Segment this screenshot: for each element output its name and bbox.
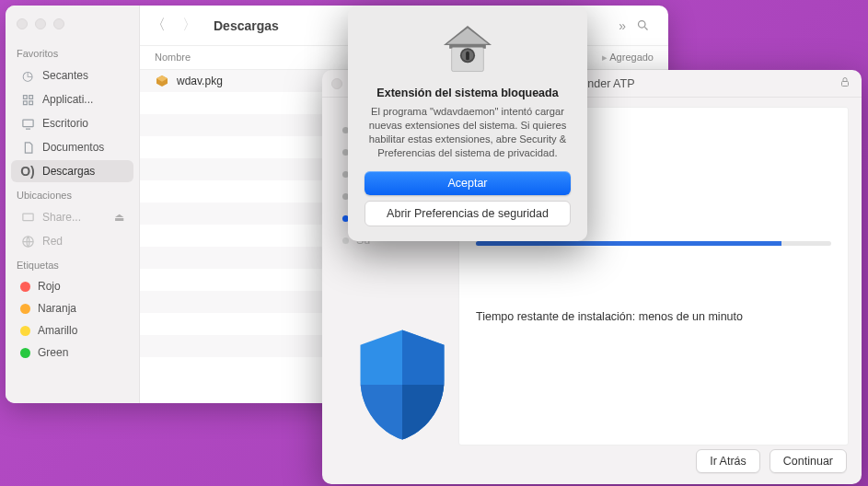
svg-point-3 bbox=[639, 21, 646, 29]
sidebar-item-label: Red bbox=[42, 235, 63, 248]
sidebar-item-label: Naranja bbox=[38, 302, 76, 315]
shield-icon bbox=[352, 325, 453, 447]
sidebar-tag-orange[interactable]: Naranja bbox=[11, 298, 133, 318]
remaining-time: Tiempo restante de instalación: menos de… bbox=[476, 310, 831, 323]
globe-icon bbox=[20, 234, 35, 249]
sidebar-item-documents[interactable]: Documentos bbox=[11, 136, 133, 158]
sidebar-heading-tags: Etiquetas bbox=[6, 254, 139, 274]
svg-rect-4 bbox=[842, 82, 849, 87]
minimize-window-button[interactable] bbox=[35, 18, 46, 29]
tag-dot-icon bbox=[20, 326, 30, 336]
dialog-title: Extensión del sistema bloqueada bbox=[365, 87, 571, 99]
svg-point-11 bbox=[466, 52, 469, 55]
sidebar-item-label: Share... bbox=[42, 211, 81, 224]
installer-buttons: Ir Atrás Continuar bbox=[696, 449, 847, 473]
sidebar-item-label: Documentos bbox=[42, 141, 104, 154]
tag-dot-icon bbox=[20, 282, 30, 292]
dialog-message: El programa "wdavdaemon" intentó cargar … bbox=[365, 105, 571, 160]
progress-bar bbox=[476, 241, 831, 246]
documents-icon bbox=[20, 140, 35, 155]
sidebar-tag-red[interactable]: Rojo bbox=[11, 276, 133, 296]
finder-sidebar: Favoritos ◷ Secantes Applicati... Escrit… bbox=[6, 6, 140, 403]
sidebar-item-recents[interactable]: ◷ Secantes bbox=[11, 64, 133, 87]
downloads-icon: O) bbox=[20, 164, 35, 179]
sidebar-item-label: Secantes bbox=[42, 69, 88, 82]
sidebar-heading-locations: Ubicaciones bbox=[6, 184, 139, 204]
close-window-button[interactable] bbox=[17, 18, 28, 29]
sidebar-tag-yellow[interactable]: Amarillo bbox=[11, 320, 133, 341]
lock-icon[interactable] bbox=[839, 75, 852, 91]
system-extension-blocked-dialog: Extensión del sistema bloqueada El progr… bbox=[348, 6, 587, 241]
sidebar-item-desktop[interactable]: Escritorio bbox=[11, 112, 133, 134]
accept-button[interactable]: Aceptar bbox=[365, 171, 571, 195]
sidebar-item-network[interactable]: Red bbox=[11, 230, 133, 252]
svg-marker-6 bbox=[447, 28, 489, 43]
forward-button[interactable]: 〉 bbox=[179, 15, 201, 37]
svg-rect-0 bbox=[22, 120, 32, 127]
sidebar-item-applications[interactable]: Applicati... bbox=[11, 88, 133, 110]
sidebar-item-label: Rojo bbox=[38, 280, 61, 293]
eject-icon[interactable]: ⏏ bbox=[114, 211, 124, 224]
sidebar-item-label: Applicati... bbox=[42, 93, 93, 106]
sidebar-item-label: Amarillo bbox=[38, 324, 77, 337]
sidebar-item-shared[interactable]: Share... ⏏ bbox=[11, 206, 133, 228]
sidebar-heading-favorites: Favoritos bbox=[6, 42, 139, 63]
file-name: wdav.pkg bbox=[177, 75, 223, 87]
sidebar-item-label: Escritorio bbox=[42, 117, 88, 130]
back-button[interactable]: 〈 bbox=[147, 15, 169, 37]
search-icon[interactable] bbox=[636, 18, 650, 35]
close-window-button[interactable] bbox=[331, 78, 342, 89]
sidebar-item-downloads[interactable]: O) Descargas bbox=[11, 160, 133, 182]
open-security-preferences-button[interactable]: Abrir Preferencias de seguridad bbox=[365, 201, 571, 226]
security-house-icon bbox=[438, 20, 497, 79]
sidebar-item-label: Green bbox=[38, 346, 68, 359]
apps-icon bbox=[20, 92, 35, 107]
sidebar-item-label: Descargas bbox=[42, 165, 95, 178]
package-icon bbox=[155, 74, 169, 88]
tag-dot-icon bbox=[20, 348, 30, 358]
toolbar-overflow-icon[interactable]: » bbox=[619, 18, 626, 33]
network-icon bbox=[20, 210, 35, 225]
column-date[interactable]: ▸Agregado bbox=[602, 52, 654, 64]
window-controls bbox=[6, 13, 139, 42]
zoom-window-button[interactable] bbox=[53, 18, 64, 29]
svg-rect-1 bbox=[22, 214, 32, 221]
clock-icon: ◷ bbox=[20, 68, 35, 83]
back-button[interactable]: Ir Atrás bbox=[696, 449, 760, 473]
desktop-icon bbox=[20, 116, 35, 131]
tag-dot-icon bbox=[20, 304, 30, 314]
page-title: Descargas bbox=[214, 18, 279, 33]
sidebar-tag-green[interactable]: Green bbox=[11, 342, 133, 363]
continue-button[interactable]: Continuar bbox=[770, 449, 847, 473]
